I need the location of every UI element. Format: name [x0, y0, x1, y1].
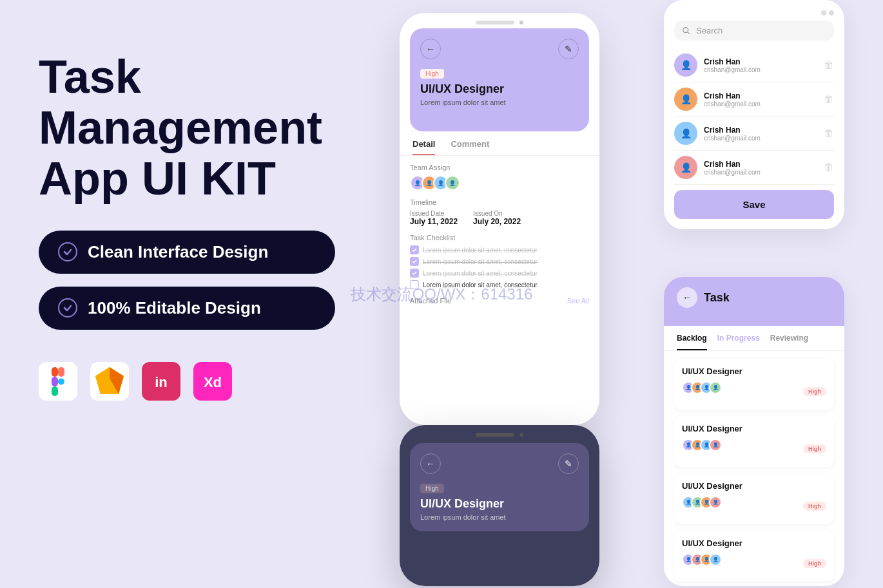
edit-button[interactable]: ✎ — [558, 39, 579, 59]
contact-name-3: Crish Han — [704, 126, 817, 135]
search-bar[interactable]: Search — [674, 21, 834, 41]
checklist-item-3: Lorem ipsum dolor sit amet, consectetur — [410, 269, 589, 278]
checklist-item-1: Lorem ipsum dolor sit amet, consectetur — [410, 245, 589, 254]
phone-notch — [400, 13, 599, 28]
card-badge-4: High — [803, 559, 826, 568]
issued-on-value: July 20, 2022 — [473, 217, 521, 226]
svg-rect-2 — [58, 367, 64, 377]
contact-email-3: crishan@gmail.com — [704, 135, 817, 142]
checklist-item-4: Lorem ipsum dolor sit amet, consectetur — [410, 280, 589, 289]
checklist-text-4: Lorem ipsum dolor sit amet, consectetur — [423, 281, 538, 289]
figma-icon — [39, 362, 77, 403]
contact-name-4: Crish Han — [704, 160, 817, 169]
card-badge-1: High — [803, 387, 826, 396]
contact-avatar-2: 👤 — [674, 88, 697, 111]
contact-avatar-1: 👤 — [674, 53, 697, 77]
tab-detail[interactable]: Detail — [412, 139, 435, 155]
card-av-16: 👤 — [709, 553, 722, 566]
contacts-top-bar — [674, 10, 834, 15]
tools-row: in Xd — [39, 362, 374, 403]
svg-text:in: in — [155, 374, 168, 390]
task-panel-back[interactable]: ← — [677, 287, 697, 308]
back-button[interactable]: ← — [420, 39, 441, 59]
task-card-2: UI/UX Designer 👤 👤 👤 👤 High — [674, 416, 834, 467]
checklist-item-2: Lorem ipsum dolor sit amet, consectetur — [410, 257, 589, 266]
task-panel-nav: ← Task — [677, 287, 831, 308]
dark-edit-button[interactable]: ✎ — [558, 453, 579, 474]
attached-label: Attached File — [410, 297, 451, 305]
card-avatars-4: 👤 👤 👤 👤 — [682, 553, 718, 566]
dot-1 — [821, 10, 826, 15]
card-avatars-3: 👤 👤 👤 👤 — [682, 496, 718, 509]
issued-date-value: July 11, 2022 — [410, 217, 458, 226]
task-card-bottom-3: 👤 👤 👤 👤 High — [682, 496, 826, 517]
dark-notch-bar — [476, 433, 514, 437]
dark-task-desc: Lorem ipsum dolor sit amet — [420, 513, 579, 521]
task-panel-tabs: Backlog In Progress Reviewing — [664, 326, 844, 351]
task-panel-header: ← Task — [664, 277, 844, 326]
issued-on-label: Issued On — [473, 210, 521, 217]
dark-notch-dot — [519, 433, 523, 437]
dark-task-header: ← ✎ High UI/UX Designer Lorem ipsum dolo… — [410, 443, 589, 531]
attached-file-row: Attached File See All — [410, 292, 589, 305]
sketch-icon — [90, 362, 129, 403]
check-icon-2 — [58, 298, 77, 318]
task-panel: ← Task Backlog In Progress Reviewing UI/… — [664, 277, 844, 586]
card-av-8: 👤 — [709, 439, 722, 451]
contact-email-2: crishan@gmail.com — [704, 100, 817, 108]
delete-icon-3[interactable]: 🗑 — [824, 128, 834, 139]
feature-2-button[interactable]: 100% Editable Design — [39, 287, 335, 330]
checkbox-2[interactable] — [410, 257, 419, 266]
task-card-title-4: UI/UX Designer — [682, 538, 826, 548]
checkbox-1[interactable] — [410, 245, 419, 254]
dark-back-button[interactable]: ← — [420, 453, 441, 474]
team-avatars: 👤 👤 👤 👤 — [410, 175, 589, 191]
task-card-3: UI/UX Designer 👤 👤 👤 👤 High — [674, 473, 834, 524]
see-all-link[interactable]: See All — [567, 297, 589, 305]
delete-icon-1[interactable]: 🗑 — [824, 59, 834, 71]
contact-info-3: Crish Han crishan@gmail.com — [704, 126, 817, 142]
issued-date-col: Issued Date July 11, 2022 — [410, 210, 458, 226]
card-avatars-1: 👤 👤 👤 👤 — [682, 381, 718, 394]
tab-in-progress[interactable]: In Progress — [717, 334, 760, 350]
feature-1-button[interactable]: Clean Interface Design — [39, 231, 335, 274]
timeline-label: Timeline — [410, 198, 589, 206]
timeline-row: Issued Date July 11, 2022 Issued On July… — [410, 210, 589, 226]
phone-tabs: Detail Comment — [400, 131, 599, 156]
task-list: UI/UX Designer 👤 👤 👤 👤 High UI/UX Design… — [664, 351, 844, 586]
tab-reviewing[interactable]: Reviewing — [770, 334, 808, 350]
contact-item-3: 👤 Crish Han crishan@gmail.com 🗑 — [674, 117, 834, 151]
contact-info-1: Crish Han crishan@gmail.com — [704, 57, 817, 73]
contact-name-2: Crish Han — [704, 91, 817, 100]
svg-rect-4 — [52, 386, 58, 396]
phone-content: Team Assign 👤 👤 👤 👤 Timeline Issued Date… — [400, 156, 599, 312]
notch-bar — [476, 21, 514, 24]
svg-text:Xd: Xd — [204, 374, 222, 390]
contact-email-1: crishan@gmail.com — [704, 66, 817, 73]
contact-item-4: 👤 Crish Han crishan@gmail.com 🗑 — [674, 151, 834, 185]
task-card-bottom-1: 👤 👤 👤 👤 High — [682, 381, 826, 402]
feature-2-label: 100% Editable Design — [88, 298, 261, 318]
phone-light-mockup: ← ✎ High UI/UX Designer Lorem ipsum dolo… — [400, 13, 599, 425]
tab-backlog[interactable]: Backlog — [677, 334, 707, 350]
contact-avatar-3: 👤 — [674, 122, 697, 145]
delete-icon-4[interactable]: 🗑 — [824, 162, 834, 173]
contact-info-2: Crish Han crishan@gmail.com — [704, 91, 817, 108]
xd-icon: Xd — [193, 362, 232, 403]
checklist-text-3: Lorem ipsum dolor sit amet, consectetur — [423, 270, 538, 277]
contact-email-4: crishan@gmail.com — [704, 169, 817, 176]
task-card-bottom-4: 👤 👤 👤 👤 High — [682, 553, 826, 574]
checkbox-4[interactable] — [410, 280, 419, 289]
card-av-4: 👤 — [709, 381, 722, 394]
issued-on-col: Issued On July 20, 2022 — [473, 210, 521, 226]
feature-1-label: Clean Interface Design — [88, 242, 268, 262]
task-card-1: UI/UX Designer 👤 👤 👤 👤 High — [674, 359, 834, 410]
task-title: UI/UX Designer — [420, 82, 579, 96]
card-badge-3: High — [803, 502, 826, 511]
checkbox-3[interactable] — [410, 269, 419, 278]
tab-comment[interactable]: Comment — [451, 139, 489, 155]
dark-notch — [400, 425, 599, 441]
save-button[interactable]: Save — [674, 190, 834, 219]
card-avatars-2: 👤 👤 👤 👤 — [682, 439, 718, 451]
delete-icon-2[interactable]: 🗑 — [824, 93, 834, 105]
